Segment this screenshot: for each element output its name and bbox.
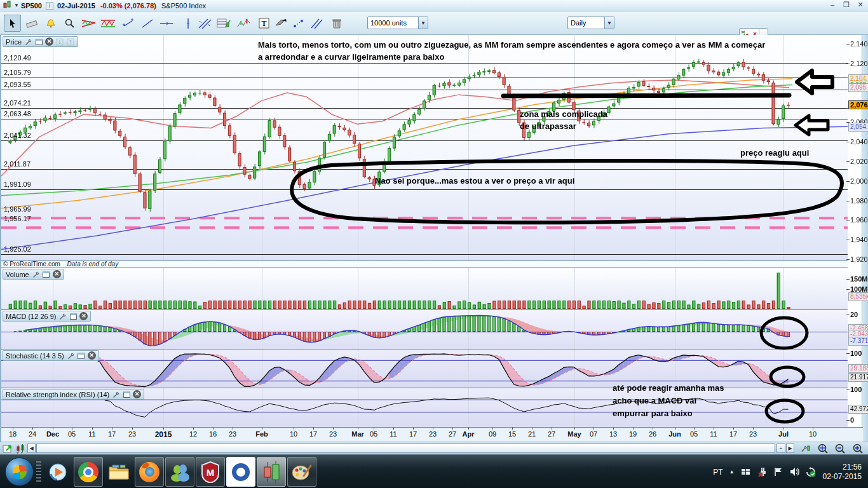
tray-window-icon[interactable] [741,468,751,477]
rsi-axis-tick: 0 [850,416,854,424]
price-axis-tag-last: 2,076.78 [848,100,868,109]
parallel-lines-tool[interactable] [308,15,325,32]
price-gridline-label: 2,120.49 [4,54,31,62]
time-axis-tick [92,428,93,430]
tray-clock[interactable]: 21:56 02-07-2015 [823,463,862,482]
taskbar-explorer[interactable] [104,457,133,487]
paint-palette-icon [291,462,313,482]
stochastic-canvas[interactable] [1,349,848,388]
taskbar-messenger[interactable] [165,457,194,487]
price-window-icon[interactable] [34,37,43,46]
period-dropdown-arrow-icon[interactable]: ▼ [604,17,614,29]
alert-tool[interactable] [42,15,59,32]
period-dropdown[interactable]: Daily ▼ [567,17,614,29]
close-button[interactable]: ✕ [855,1,865,10]
stochastic-settings-wrench-icon[interactable] [66,351,75,360]
candle-display-settings-icon[interactable] [15,443,27,454]
time-axis-tick [574,428,575,430]
pattern-double-top-tool[interactable] [99,15,116,32]
taskbar-media-player[interactable] [43,457,72,487]
time-axis-tick [813,428,813,430]
tray-date: 02-07-2015 [823,472,862,482]
rsi-axis-tick: 100 [850,386,862,393]
tray-update-icon[interactable] [806,467,816,477]
macd-close-icon[interactable]: ✕ [79,312,88,320]
export-chart-icon[interactable] [2,443,14,454]
tray-volume-icon[interactable] [789,467,799,477]
info-icon[interactable]: i [46,2,53,10]
time-axis-label: 16 [209,430,217,438]
stochastic-close-icon[interactable]: ✕ [88,351,96,360]
rsi-settings-wrench-icon[interactable] [111,390,120,398]
taskbar-paint[interactable] [287,457,316,487]
start-button[interactable] [5,458,34,486]
macd-canvas[interactable] [1,309,848,349]
macd-window-icon[interactable] [69,312,78,320]
zoom-out-icon[interactable] [834,443,846,454]
price-move-down-icon[interactable] [55,37,64,46]
pattern-triangle-tool[interactable] [80,15,97,32]
volume-window-icon[interactable] [42,270,51,278]
bottom-scroll-row: ◀ ≡ ▶ [0,442,868,454]
scrollbar-thumb[interactable] [37,444,775,452]
annotation-oval-note: Nao sei porque...mas estou a ver o preço… [375,176,574,186]
time-axis-label: Feb [255,430,268,438]
price-gridline-label: 1,925.02 [4,245,31,253]
language-indicator[interactable]: PT [713,468,722,477]
volume-canvas[interactable] [1,268,848,310]
line-tool[interactable] [139,15,156,32]
rsi-window-icon[interactable] [122,390,131,398]
chart-zoom-settings-icon[interactable] [799,443,811,454]
tray-network-error-icon[interactable] [757,467,768,477]
zoom-tool[interactable] [61,15,78,32]
zoom-selection-icon[interactable] [817,443,829,454]
volume-last-tag: 8,535k [848,292,868,301]
taskbar-mcafee[interactable]: M [196,457,225,487]
symbol-dropdown-icon[interactable]: ▼ [14,3,19,8]
price-close-icon[interactable]: ✕ [45,37,53,46]
settings-tool[interactable] [272,15,289,32]
forecast-tool[interactable] [235,15,252,32]
text-tool[interactable]: T [255,15,273,32]
time-axis-label: 27 [449,430,456,438]
macd-settings-wrench-icon[interactable] [58,312,67,320]
zoom-in-icon[interactable] [851,443,864,454]
quote-date: 02-Jul-2015 [57,2,95,10]
price-settings-wrench-icon[interactable] [24,37,32,46]
time-axis: 1824Dec051117232015121623Feb101723Mar051… [1,427,863,442]
time-axis-label: 27 [548,430,555,438]
vertical-line-tool[interactable] [179,15,196,32]
delete-tool[interactable] [328,15,345,32]
taskbar-prorealtime-active[interactable] [257,457,286,487]
segment-tool[interactable] [119,15,137,32]
time-axis-label: 19 [629,430,637,438]
tray-expand-icon[interactable]: ▲ [729,469,735,475]
minimize-button[interactable]: – [827,1,837,10]
ruler-tool[interactable] [23,15,40,32]
messenger-people-icon [169,461,191,483]
scroll-right-button[interactable]: ▶ [786,444,794,453]
volume-close-icon[interactable]: ✕ [53,270,61,278]
units-dropdown[interactable]: 10000 units ▼ [367,17,428,29]
price-chart-canvas[interactable] [1,35,848,261]
horizontal-line-tool[interactable] [158,15,175,32]
taskbar-firefox[interactable] [135,457,164,487]
stochastic-window-icon[interactable] [77,351,86,360]
pointer-tool[interactable] [4,15,21,32]
stochastic-value-tag: 21.917 [848,373,868,382]
channel-tool[interactable] [196,15,213,32]
scroll-left-button[interactable]: ◀ [27,444,36,453]
volume-settings-wrench-icon[interactable] [31,270,40,278]
taskbar-chrome[interactable] [74,457,103,487]
time-axis-tick [193,428,194,430]
horizontal-scrollbar[interactable] [36,444,775,453]
tray-flag-icon[interactable] [774,467,783,477]
price-move-up-icon[interactable] [66,37,75,46]
units-dropdown-arrow-icon[interactable]: ▼ [418,17,428,29]
restore-button[interactable]: ❐ [841,1,851,10]
scrollbar-menu-button[interactable]: ≡ [776,444,785,453]
points-tool[interactable] [290,15,307,32]
fibonacci-tool[interactable] [215,15,232,32]
taskbar-browser-o[interactable] [226,457,255,487]
rsi-close-icon[interactable]: ✕ [133,390,141,398]
